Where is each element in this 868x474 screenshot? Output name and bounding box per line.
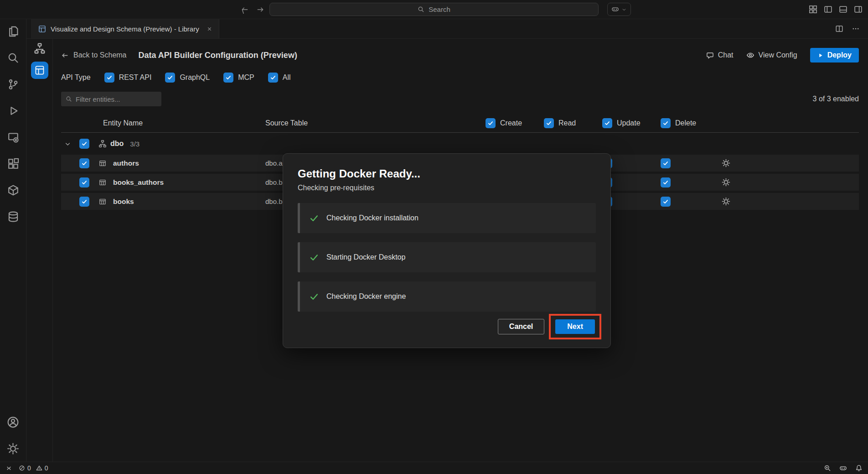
toggle-sidebar-icon[interactable]	[824, 5, 832, 14]
warning-count: 0	[45, 464, 48, 472]
error-count: 0	[27, 464, 31, 472]
step-docker-desktop: Starting Docker Desktop	[298, 242, 596, 272]
api-option-rest[interactable]: REST API	[104, 73, 152, 83]
filter-search-icon	[66, 96, 72, 102]
schema-group-row: dbo 3/3	[61, 133, 859, 155]
deploy-button[interactable]: Deploy	[810, 48, 859, 63]
close-tab-icon[interactable]	[207, 26, 212, 32]
page-title: Data API Builder Configuration (Preview)	[139, 51, 297, 60]
entity-settings-gear-icon[interactable]	[719, 178, 746, 187]
dialog-title: Getting Docker Ready...	[298, 167, 596, 180]
forward-arrow-icon[interactable]	[256, 5, 264, 14]
api-option-mcp[interactable]: MCP	[223, 73, 254, 83]
create-all-checkbox[interactable]	[486, 118, 496, 128]
column-update: Update	[602, 118, 661, 128]
schema-visualizer-icon[interactable]	[34, 42, 46, 54]
view-config-button[interactable]: View Config	[746, 51, 797, 59]
notifications-bell-icon[interactable]	[855, 464, 863, 472]
row-checkbox[interactable]	[79, 197, 89, 207]
success-check-icon	[309, 252, 319, 262]
extensions-icon[interactable]	[6, 157, 20, 171]
more-actions-icon[interactable]	[852, 25, 860, 33]
settings-gear-icon[interactable]	[6, 442, 20, 455]
rest-api-label: REST API	[119, 73, 152, 82]
title-bar: Search	[0, 0, 868, 19]
copilot-status-icon[interactable]	[839, 464, 847, 472]
remote-indicator[interactable]	[5, 465, 12, 472]
chat-label: Chat	[718, 51, 734, 59]
cancel-button[interactable]: Cancel	[498, 319, 544, 334]
success-check-icon	[309, 292, 319, 302]
collapse-chevron-icon[interactable]	[61, 141, 74, 147]
step-docker-installation: Checking Docker installation	[298, 203, 596, 233]
toggle-panel-icon[interactable]	[839, 5, 847, 14]
history-nav	[241, 5, 264, 14]
api-type-label: API Type	[61, 73, 91, 82]
enabled-summary: 3 of 3 enabled	[813, 95, 859, 103]
split-editor-icon[interactable]	[835, 25, 843, 33]
column-delete: Delete	[661, 118, 719, 128]
row-checkbox[interactable]	[79, 177, 89, 188]
dab-config-icon-active[interactable]	[31, 62, 48, 79]
chat-button[interactable]: Chat	[706, 51, 734, 59]
entity-settings-gear-icon[interactable]	[719, 159, 746, 167]
accounts-icon[interactable]	[6, 415, 20, 429]
tab-visualize-design-schema[interactable]: Visualize and Design Schema (Preview) - …	[31, 19, 219, 38]
explorer-icon[interactable]	[6, 25, 20, 38]
annotation-highlight-box: Next	[549, 314, 601, 339]
entity-settings-gear-icon[interactable]	[719, 197, 746, 206]
source-control-icon[interactable]	[6, 78, 20, 91]
rest-api-checkbox[interactable]	[104, 73, 114, 83]
tab-label: Visualize and Design Schema (Preview) - …	[51, 25, 199, 33]
zoom-status-icon[interactable]	[824, 464, 831, 472]
column-entity-name: Entity Name	[95, 119, 265, 127]
step-label: Checking Docker installation	[326, 214, 418, 222]
api-option-all[interactable]: All	[268, 73, 291, 83]
run-debug-icon[interactable]	[6, 104, 20, 118]
column-source-table: Source Table	[265, 119, 486, 127]
delete-all-checkbox[interactable]	[661, 118, 671, 128]
vscode-window: Search	[0, 0, 868, 474]
back-to-schema-label: Back to Schema	[73, 51, 127, 59]
graphql-checkbox[interactable]	[165, 73, 175, 83]
next-button[interactable]: Next	[555, 319, 595, 334]
step-label: Checking Docker engine	[326, 292, 406, 301]
graphql-label: GraphQL	[180, 73, 210, 82]
container-tools-icon[interactable]	[6, 183, 20, 197]
command-center-search[interactable]: Search	[269, 3, 599, 16]
database-icon[interactable]	[6, 210, 20, 224]
remote-explorer-icon[interactable]	[6, 130, 20, 144]
success-check-icon	[309, 213, 319, 223]
delete-checkbox[interactable]	[661, 158, 671, 168]
table-icon	[95, 198, 110, 205]
back-arrow-icon[interactable]	[241, 5, 249, 14]
back-to-schema-link[interactable]: Back to Schema	[61, 51, 127, 59]
update-all-checkbox[interactable]	[602, 118, 612, 128]
customize-layout-icon[interactable]	[809, 5, 817, 14]
status-bar: 0 0	[0, 462, 868, 474]
all-label: All	[283, 73, 291, 82]
problems-indicator[interactable]: 0 0	[19, 464, 48, 472]
filter-entities-input[interactable]	[76, 95, 157, 103]
deploy-label: Deploy	[827, 51, 852, 59]
entity-name: authors	[110, 159, 265, 167]
entity-name: books_authors	[110, 178, 265, 187]
delete-checkbox[interactable]	[661, 197, 671, 207]
step-docker-engine: Checking Docker engine	[298, 281, 596, 312]
column-read: Read	[544, 118, 602, 128]
group-checkbox[interactable]	[79, 139, 89, 149]
group-name: dbo	[110, 140, 124, 148]
delete-checkbox[interactable]	[661, 177, 671, 188]
copilot-menu-button[interactable]	[607, 3, 631, 16]
filter-entities-field[interactable]	[61, 92, 161, 106]
schema-group-icon	[95, 140, 110, 148]
toggle-secondary-sidebar-icon[interactable]	[854, 5, 863, 14]
search-activity-icon[interactable]	[6, 51, 20, 65]
read-all-checkbox[interactable]	[544, 118, 554, 128]
editor-actions	[835, 19, 868, 38]
api-option-graphql[interactable]: GraphQL	[165, 73, 210, 83]
mcp-checkbox[interactable]	[223, 73, 233, 83]
search-icon	[418, 6, 424, 13]
row-checkbox[interactable]	[79, 158, 89, 168]
all-checkbox[interactable]	[268, 73, 278, 83]
